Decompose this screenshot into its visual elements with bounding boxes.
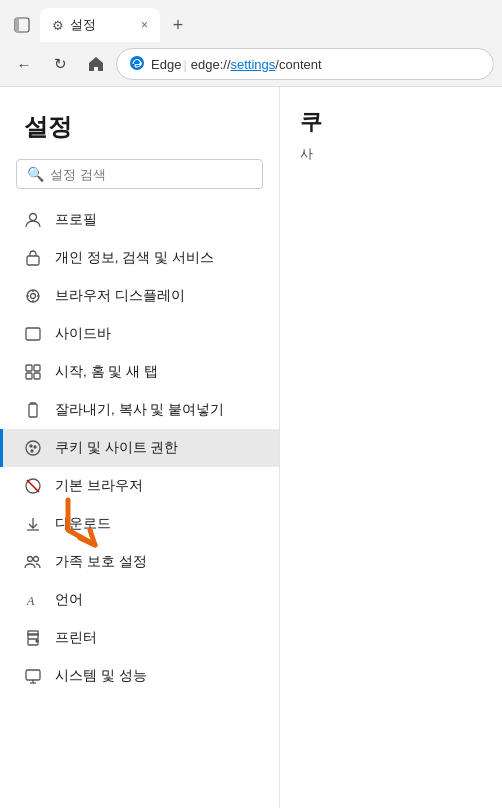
cookies-icon — [23, 438, 43, 458]
browser-chrome: ⚙ 설정 × + ← ↻ Edge | edge://settings/co — [0, 0, 502, 87]
sidebar-item-profile[interactable]: 프로필 — [0, 201, 279, 239]
privacy-icon — [23, 248, 43, 268]
settings-panel: 설정 🔍 프로필개인 정보, 검색 및 서비스브라우저 디스플레이사이드바시작,… — [0, 87, 280, 808]
right-panel-title: 쿠 — [300, 107, 482, 137]
sidebar-item-printer[interactable]: 프린터 — [0, 619, 279, 657]
svg-rect-11 — [34, 373, 40, 379]
svg-point-21 — [34, 557, 39, 562]
tab-gear-icon: ⚙ — [52, 18, 64, 33]
sidebar-item-family[interactable]: 가족 보호 설정 — [0, 543, 279, 581]
svg-rect-1 — [15, 18, 19, 32]
search-icon: 🔍 — [27, 166, 44, 182]
sidebar-item-language[interactable]: A언어 — [0, 581, 279, 619]
svg-rect-24 — [28, 631, 38, 635]
download-icon — [23, 514, 43, 534]
tab-bar: ⚙ 설정 × + — [0, 0, 502, 42]
sidebar-item-label-clipboard: 잘라내기, 복사 및 붙여넣기 — [55, 401, 224, 419]
svg-text:A: A — [26, 594, 35, 608]
sidebar-item-label-default: 기본 브라우저 — [55, 477, 143, 495]
sidebar-item-startup[interactable]: 시작, 홈 및 새 탭 — [0, 353, 279, 391]
startup-icon — [23, 362, 43, 382]
clipboard-icon — [23, 400, 43, 420]
svg-point-6 — [31, 294, 36, 299]
sidebar-item-label-cookies: 쿠키 및 사이트 권한 — [55, 439, 178, 457]
tab-close-button[interactable]: × — [141, 18, 148, 32]
edge-logo — [129, 55, 145, 74]
svg-point-16 — [31, 450, 33, 452]
svg-point-13 — [26, 441, 40, 455]
right-panel: 쿠 사 — [280, 87, 502, 808]
settings-nav: 프로필개인 정보, 검색 및 서비스브라우저 디스플레이사이드바시작, 홈 및 … — [0, 201, 279, 695]
sidebar-item-label-family: 가족 보호 설정 — [55, 553, 147, 571]
sidebar-item-sidebar[interactable]: 사이드바 — [0, 315, 279, 353]
sidebar-item-label-download: 다운로드 — [55, 515, 111, 533]
sidebar-item-label-system: 시스템 및 성능 — [55, 667, 147, 685]
back-button[interactable]: ← — [8, 48, 40, 80]
sidebar-toggle-button[interactable] — [8, 11, 36, 39]
profile-icon — [23, 210, 43, 230]
sidebar-item-default[interactable]: 기본 브라우저 — [0, 467, 279, 505]
sidebar-item-label-display: 브라우저 디스플레이 — [55, 287, 185, 305]
settings-title: 설정 — [0, 111, 279, 159]
svg-rect-4 — [27, 256, 39, 265]
edge-label: Edge — [151, 57, 181, 72]
sidebar-item-label-privacy: 개인 정보, 검색 및 서비스 — [55, 249, 214, 267]
address-text: Edge | edge://settings/content — [151, 57, 322, 72]
address-settings: settings — [231, 57, 276, 72]
address-divider: | — [183, 57, 186, 72]
sidebar-item-label-language: 언어 — [55, 591, 83, 609]
sidebar-item-label-profile: 프로필 — [55, 211, 97, 229]
svg-rect-9 — [34, 365, 40, 371]
address-bar[interactable]: Edge | edge://settings/content — [116, 48, 494, 80]
svg-point-3 — [30, 214, 37, 221]
content-area: 설정 🔍 프로필개인 정보, 검색 및 서비스브라우저 디스플레이사이드바시작,… — [0, 87, 502, 808]
new-tab-button[interactable]: + — [164, 11, 192, 39]
sidebar-icon — [23, 324, 43, 344]
home-button[interactable] — [80, 48, 112, 80]
sidebar-item-display[interactable]: 브라우저 디스플레이 — [0, 277, 279, 315]
display-icon — [23, 286, 43, 306]
refresh-button[interactable]: ↻ — [44, 48, 76, 80]
address-prefix: edge:// — [191, 57, 231, 72]
address-suffix: /content — [275, 57, 321, 72]
default-icon — [23, 476, 43, 496]
svg-point-15 — [34, 446, 36, 448]
svg-point-25 — [36, 640, 38, 642]
sidebar-item-cookies[interactable]: 쿠키 및 사이트 권한 — [0, 429, 279, 467]
family-icon — [23, 552, 43, 572]
svg-point-14 — [30, 445, 32, 447]
right-panel-subtitle: 사 — [300, 145, 482, 163]
svg-rect-12 — [29, 404, 37, 417]
search-input[interactable] — [50, 167, 252, 182]
settings-tab[interactable]: ⚙ 설정 × — [40, 8, 160, 42]
language-icon: A — [23, 590, 43, 610]
system-icon — [23, 666, 43, 686]
sidebar-item-clipboard[interactable]: 잘라내기, 복사 및 붙여넣기 — [0, 391, 279, 429]
search-box[interactable]: 🔍 — [16, 159, 263, 189]
svg-point-20 — [28, 557, 33, 562]
svg-rect-10 — [26, 373, 32, 379]
svg-rect-8 — [26, 365, 32, 371]
sidebar-item-label-sidebar: 사이드바 — [55, 325, 111, 343]
sidebar-item-system[interactable]: 시스템 및 성능 — [0, 657, 279, 695]
sidebar-item-label-printer: 프린터 — [55, 629, 97, 647]
sidebar-item-label-startup: 시작, 홈 및 새 탭 — [55, 363, 158, 381]
svg-line-18 — [27, 480, 39, 492]
sidebar-item-download[interactable]: 다운로드 — [0, 505, 279, 543]
svg-rect-26 — [26, 670, 40, 680]
sidebar-item-privacy[interactable]: 개인 정보, 검색 및 서비스 — [0, 239, 279, 277]
tab-label: 설정 — [70, 16, 96, 34]
svg-rect-7 — [26, 328, 40, 340]
nav-bar: ← ↻ Edge | edge://settings/content — [0, 42, 502, 86]
printer-icon — [23, 628, 43, 648]
